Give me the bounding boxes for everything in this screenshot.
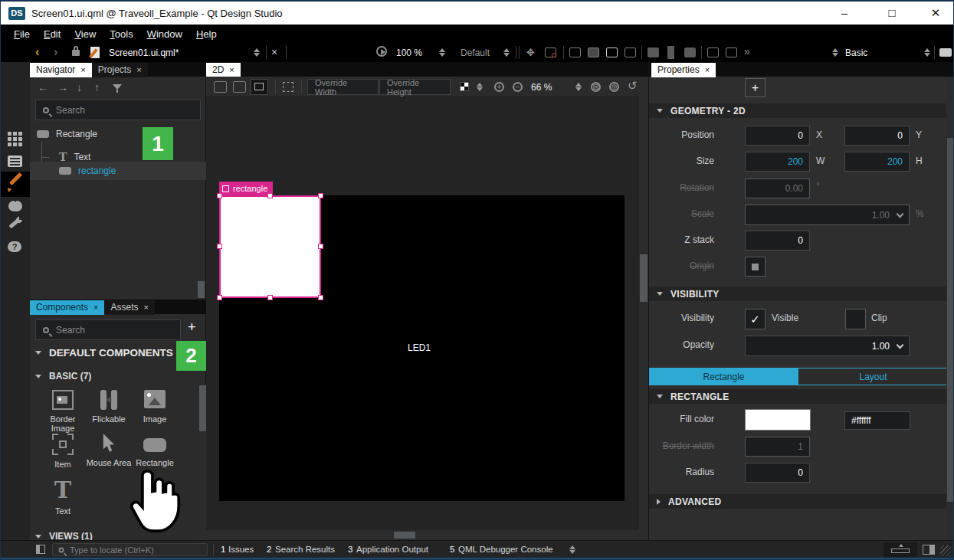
close-button[interactable]: ✕ xyxy=(918,2,953,25)
tab-2d[interactable]: 2D × xyxy=(206,63,241,77)
tab-properties[interactable]: Properties × xyxy=(651,63,716,77)
resize-handle-w[interactable] xyxy=(217,244,222,249)
maximize-button[interactable]: □ xyxy=(874,2,910,25)
default-components-section-header[interactable]: DEFAULT COMPONENTS xyxy=(35,347,173,359)
resize-handle-se[interactable] xyxy=(318,295,323,300)
kit-selector[interactable]: Basic xyxy=(845,47,867,58)
export-icon[interactable] xyxy=(726,47,737,57)
file-selector-spinner[interactable] xyxy=(254,47,261,57)
right-sidebar-toggle-icon[interactable] xyxy=(923,545,935,555)
selected-rectangle[interactable] xyxy=(219,195,321,298)
run-zoom-level[interactable]: 100 % xyxy=(396,47,422,58)
edit-component-icon[interactable] xyxy=(606,47,618,57)
tab-close-icon[interactable]: × xyxy=(229,65,234,74)
canvas-viewport[interactable]: LED1 rectangle xyxy=(206,97,639,530)
zoom-out-icon[interactable]: − xyxy=(513,82,523,92)
zstack-field[interactable]: 0 xyxy=(745,231,810,251)
geometry-section-header[interactable]: GEOMETRY - 2D xyxy=(649,103,948,118)
resize-handle-ne[interactable] xyxy=(318,193,323,198)
forward-icon[interactable]: › xyxy=(54,45,57,59)
issues-panel-button[interactable]: Issues xyxy=(228,545,254,554)
move-right-icon[interactable]: → xyxy=(57,83,68,93)
qml-debugger-panel-number[interactable]: 5 xyxy=(450,545,454,554)
application-output-panel-button[interactable]: Application Output xyxy=(356,545,428,554)
components-scrollbar[interactable] xyxy=(199,385,206,540)
annotation-icon[interactable] xyxy=(707,47,719,57)
resize-handle-e[interactable] xyxy=(318,244,323,249)
toolbar-overflow-icon[interactable]: » xyxy=(744,47,750,57)
tab-type-layout[interactable]: Layout xyxy=(798,368,948,385)
component-rectangle[interactable]: Rectangle xyxy=(129,434,180,467)
canvas-zoom-spinner[interactable] xyxy=(575,82,582,92)
menu-window[interactable]: Window xyxy=(140,28,189,40)
tab-navigator[interactable]: Navigator × xyxy=(30,63,92,77)
size-w-field[interactable]: 200 xyxy=(745,152,810,172)
snap-anchors-icon[interactable] xyxy=(233,81,246,93)
resize-handle-nw[interactable] xyxy=(217,193,222,198)
radius-field[interactable]: 0 xyxy=(745,463,810,483)
search-results-panel-button[interactable]: Search Results xyxy=(275,545,335,554)
style-selector-spinner[interactable] xyxy=(503,47,510,57)
minimize-button[interactable]: – xyxy=(827,2,862,25)
add-property-button[interactable]: + xyxy=(745,78,765,97)
filter-icon[interactable] xyxy=(113,84,122,90)
locator-input[interactable]: Type to locate (Ctrl+K) xyxy=(52,543,208,556)
zoom-fit-screen-icon[interactable]: ⊠ xyxy=(591,82,601,92)
rectangle-section-header[interactable]: RECTANGLE xyxy=(649,389,948,404)
output-panes-spinner[interactable] xyxy=(569,545,576,555)
tree-item-rectangle-root[interactable]: Rectangle xyxy=(37,125,97,143)
properties-scrollbar[interactable] xyxy=(946,77,954,540)
add-module-button[interactable]: + xyxy=(188,319,196,336)
close-document-icon[interactable]: × xyxy=(271,46,277,58)
show-bounds-icon[interactable] xyxy=(283,82,293,92)
opacity-dropdown[interactable]: 1.00 xyxy=(745,336,910,356)
tab-close-icon[interactable]: × xyxy=(93,303,98,312)
feedback-comment-icon[interactable] xyxy=(939,48,952,57)
component-item[interactable]: Item xyxy=(38,434,88,469)
canvas-vscrollbar[interactable] xyxy=(639,77,648,539)
tree-item-rectangle-child[interactable]: rectangle xyxy=(59,162,116,180)
menu-tools[interactable]: Tools xyxy=(103,28,139,40)
menu-file[interactable]: File xyxy=(7,28,37,40)
search-results-panel-number[interactable]: 2 xyxy=(267,545,271,554)
canvas-vscrollbar-thumb[interactable] xyxy=(640,254,647,302)
progress-bar-icon[interactable] xyxy=(891,549,910,553)
components-search-input[interactable]: Search xyxy=(35,319,181,340)
debug-mode-icon[interactable] xyxy=(8,201,22,211)
position-x-field[interactable]: 0 xyxy=(745,126,810,146)
visibility-section-header[interactable]: VISIBILITY xyxy=(649,287,948,301)
move-left-icon[interactable]: ← xyxy=(38,83,48,93)
issues-panel-number[interactable]: 1 xyxy=(221,545,225,554)
scale-dropdown[interactable]: 1.00 xyxy=(745,205,910,225)
rotation-field[interactable]: 0.00 xyxy=(745,178,810,198)
background-spinner[interactable] xyxy=(477,82,484,92)
anchors-icon[interactable]: ✥ xyxy=(526,47,535,57)
navigator-scrollbar-thumb[interactable] xyxy=(198,281,205,298)
component-flickable[interactable]: Flickable xyxy=(84,390,134,424)
fill-color-swatch[interactable] xyxy=(745,409,811,431)
components-scrollbar-thumb[interactable] xyxy=(199,385,206,431)
component-border-image[interactable]: Border Image xyxy=(38,390,88,433)
origin-button[interactable] xyxy=(745,257,765,277)
application-output-panel-number[interactable]: 3 xyxy=(348,545,352,554)
form-text-led1[interactable]: LED1 xyxy=(408,342,431,353)
move-up-icon[interactable]: ↑ xyxy=(94,83,100,93)
component-text[interactable]: T Text xyxy=(38,479,88,516)
extract-component-icon[interactable] xyxy=(588,47,599,57)
kit-selector-spinner-left[interactable] xyxy=(832,47,839,57)
tab-close-icon[interactable]: × xyxy=(136,65,141,74)
position-y-field[interactable]: 0 xyxy=(844,126,910,146)
grid-layout-icon[interactable] xyxy=(684,47,696,57)
sidebar-toggle-icon[interactable] xyxy=(36,545,45,554)
canvas-hscrollbar[interactable] xyxy=(206,531,639,539)
resize-handle-sw[interactable] xyxy=(217,295,222,300)
zoom-fit-selection-icon[interactable]: ⊕ xyxy=(609,82,619,92)
clip-checkbox[interactable] xyxy=(845,309,866,329)
tab-type-rectangle[interactable]: Rectangle xyxy=(649,368,798,385)
fill-color-hex-field[interactable]: #ffffff xyxy=(844,411,910,430)
create-component-icon[interactable] xyxy=(569,47,581,57)
no-snapping-icon[interactable] xyxy=(214,81,227,93)
tab-close-icon[interactable]: × xyxy=(705,65,710,74)
resize-grip[interactable] xyxy=(940,545,951,556)
current-file-name[interactable]: Screen01.ui.qml* xyxy=(109,47,179,58)
